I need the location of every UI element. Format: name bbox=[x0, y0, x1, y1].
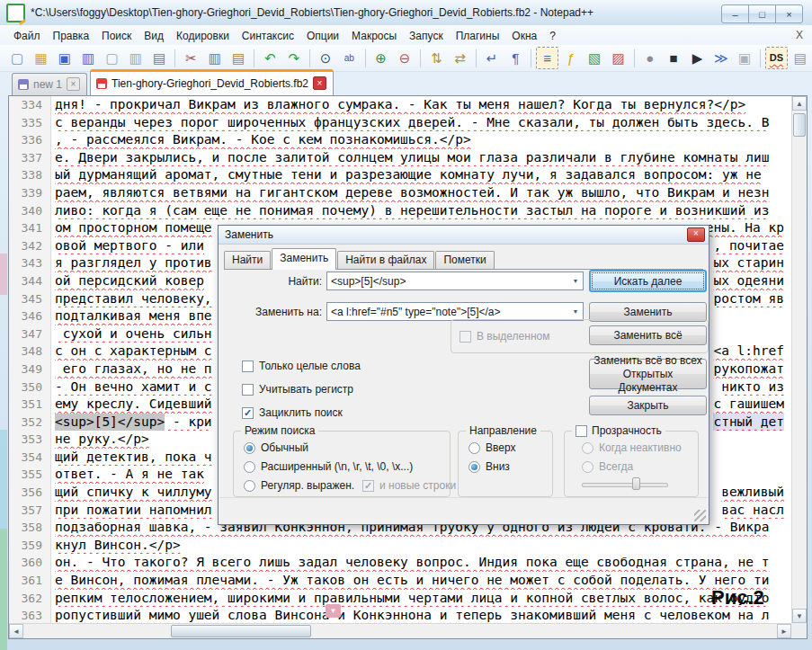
direction-up-radio[interactable]: Вверх bbox=[468, 441, 515, 454]
match-case-checkbox[interactable]: Учитывать регистр bbox=[242, 383, 353, 396]
close-dialog-button[interactable]: Закрыть bbox=[589, 396, 707, 415]
dialog-tab-mark[interactable]: Пометки bbox=[435, 251, 494, 269]
undo-icon[interactable]: ↶ bbox=[259, 47, 281, 69]
menu-language[interactable]: Синтаксис bbox=[236, 28, 300, 44]
editor-line[interactable]: 360он. - Что такого? Я всего лишь задал … bbox=[9, 554, 791, 572]
editor-line[interactable]: 335с веранды через порог широченных фран… bbox=[9, 114, 791, 132]
horizontal-scroll-thumb[interactable] bbox=[171, 625, 311, 637]
replace-input[interactable]: <a l:href="#n5" type="note">[5]</a> ▼ bbox=[326, 302, 584, 321]
menu-window[interactable]: Окна bbox=[505, 28, 543, 44]
find-input[interactable]: <sup>[5]</sup> ▼ bbox=[326, 272, 584, 290]
slider-thumb[interactable] bbox=[632, 477, 640, 490]
editor-line[interactable]: 337е. Двери закрылись, и после залитой с… bbox=[9, 149, 791, 167]
save-icon[interactable]: ▣ bbox=[54, 47, 76, 69]
indent-guide-icon[interactable]: ≡ bbox=[536, 47, 558, 69]
dspellcheck-button[interactable]: DS bbox=[765, 47, 787, 69]
close-all-icon[interactable]: ▥ bbox=[125, 47, 147, 69]
editor-line[interactable]: 363ропустивший мимо ушей слова Винсона и… bbox=[9, 607, 791, 623]
new-file-icon[interactable]: ▢ bbox=[6, 47, 28, 69]
close-button[interactable]: × bbox=[775, 4, 803, 23]
word-wrap-icon[interactable]: ↵ bbox=[481, 47, 503, 69]
editor-line[interactable]: 361е Винсон, пожимая плечами. - Уж таков… bbox=[9, 572, 791, 590]
vertical-scrollbar[interactable]: ▲ ▼ bbox=[791, 96, 807, 623]
menu-search[interactable]: Поиск bbox=[95, 28, 138, 44]
cut-icon[interactable]: ✂ bbox=[180, 47, 201, 69]
search-mode-normal-radio[interactable]: Обычный bbox=[244, 441, 308, 454]
whole-word-checkbox[interactable]: Только целые слова bbox=[242, 360, 361, 372]
sync-horizontal-icon[interactable]: ⇄ bbox=[449, 47, 470, 69]
combo-dropdown-icon[interactable]: ▼ bbox=[568, 278, 583, 284]
editor-line[interactable]: 338ый дурманящий аромат, смутные тени и … bbox=[9, 166, 791, 184]
dialog-tab-find[interactable]: Найти bbox=[224, 251, 271, 269]
redo-icon[interactable]: ↷ bbox=[283, 47, 305, 69]
find-next-button[interactable]: Искать далее bbox=[589, 270, 707, 292]
zoom-out-icon[interactable]: ⊖ bbox=[394, 47, 415, 69]
editor-line[interactable]: 336, - рассмеялся Викрам. - Кое с кем по… bbox=[9, 131, 791, 149]
doc-switcher-icon[interactable]: ▨ bbox=[607, 47, 629, 69]
save-all-icon[interactable]: ▥ bbox=[77, 47, 99, 69]
resize-grip[interactable] bbox=[694, 510, 706, 521]
scroll-left-icon[interactable]: ◄ bbox=[9, 624, 23, 638]
menu-encoding[interactable]: Кодировки bbox=[170, 28, 236, 44]
editor-line[interactable]: 359кнул Винсон.</p> bbox=[9, 537, 791, 555]
editor-line[interactable]: 334дня! - прокричал Викрам из влажного с… bbox=[9, 96, 791, 114]
tab-close-icon[interactable]: × bbox=[67, 77, 80, 91]
wrap-around-checkbox[interactable]: ✓ Зациклить поиск bbox=[242, 406, 343, 419]
menu-view[interactable]: Вид bbox=[138, 28, 170, 44]
menu-file[interactable]: Файл bbox=[7, 28, 47, 44]
tab-fb2-document[interactable]: Tien-ghory-Grieghori_Devid_Robierts.fb2 … bbox=[90, 69, 334, 95]
transparency-slider[interactable] bbox=[582, 477, 668, 490]
menu-edit[interactable]: Правка bbox=[47, 28, 96, 44]
scroll-right-icon[interactable]: ► bbox=[777, 624, 791, 638]
close-file-icon[interactable]: ▢ bbox=[101, 47, 122, 69]
play-macro-icon[interactable]: ▶ bbox=[686, 47, 708, 69]
paste-icon[interactable]: ▤ bbox=[228, 47, 249, 69]
line-text-right: , почитае bbox=[713, 237, 784, 255]
menu-plugins[interactable]: Плагины bbox=[450, 28, 506, 44]
menubar-close-icon[interactable]: X bbox=[796, 29, 803, 41]
search-mode-extended-radio[interactable]: Расширенный (\n, \r, \t, \0, \x...) bbox=[244, 460, 413, 473]
copy-icon[interactable]: ▥ bbox=[204, 47, 226, 69]
dialog-title-bar[interactable]: Заменить × bbox=[219, 226, 709, 245]
dialog-tab-replace[interactable]: Заменить bbox=[272, 248, 336, 270]
show-all-chars-icon[interactable]: ¶ bbox=[504, 47, 526, 69]
dialog-close-button[interactable]: × bbox=[687, 227, 705, 242]
menu-macro[interactable]: Макросы bbox=[345, 28, 403, 44]
function-list-icon[interactable]: ƒ bbox=[560, 47, 582, 69]
replace-all-open-docs-button[interactable]: Заменить всё во всех Открытых Документах bbox=[589, 359, 707, 389]
find-icon[interactable]: ⊙ bbox=[315, 47, 336, 69]
save-macro-icon[interactable]: ▣ bbox=[734, 47, 755, 69]
editor-line[interactable]: 340ливо: когда я (сам еще не понимая поч… bbox=[9, 202, 791, 220]
combo-dropdown-icon[interactable]: ▼ bbox=[568, 308, 583, 315]
menu-run[interactable]: Запуск bbox=[403, 28, 450, 44]
tab-close-icon[interactable]: × bbox=[313, 76, 326, 90]
maximize-button[interactable]: □ bbox=[748, 4, 776, 23]
record-macro-icon[interactable]: ● bbox=[639, 47, 661, 69]
search-mode-regex-radio[interactable]: Регуляр. выражен. bbox=[244, 479, 354, 492]
doc-map-icon[interactable]: ▧ bbox=[584, 47, 605, 69]
transparency-checkbox[interactable]: Прозрачность bbox=[572, 424, 665, 437]
direction-down-radio[interactable]: Вниз bbox=[468, 460, 510, 473]
replace-icon[interactable]: ab bbox=[338, 47, 360, 69]
print-icon[interactable]: ▤ bbox=[148, 47, 170, 69]
minimize-button[interactable]: – bbox=[721, 4, 749, 23]
in-selection-checkbox: В выделенном bbox=[460, 330, 549, 343]
menu-settings[interactable]: Опции bbox=[300, 28, 345, 44]
plugin-panel-icon[interactable]: ▤ bbox=[790, 47, 811, 69]
tab-new-1[interactable]: new 1 × bbox=[12, 73, 87, 95]
dialog-tab-find-in-files[interactable]: Найти в файлах bbox=[337, 251, 434, 269]
scroll-up-icon[interactable]: ▲ bbox=[792, 96, 807, 111]
open-file-icon[interactable]: ▦ bbox=[30, 47, 51, 69]
horizontal-scrollbar[interactable]: ◄ ► bbox=[9, 623, 791, 638]
line-text-right: рукопожат bbox=[713, 361, 784, 378]
vertical-scroll-thumb[interactable] bbox=[793, 113, 806, 137]
editor-line[interactable]: 339раем, являются ветвями на гигантском … bbox=[9, 184, 791, 202]
editor-line[interactable]: 362репким телосложением, широкими и прав… bbox=[9, 590, 791, 608]
zoom-in-icon[interactable]: ⊕ bbox=[370, 47, 391, 69]
stop-macro-icon[interactable]: ■ bbox=[663, 47, 684, 69]
replace-all-button[interactable]: Заменить всё bbox=[589, 325, 707, 345]
scroll-down-icon[interactable]: ▼ bbox=[792, 609, 807, 623]
run-macro-multiple-icon[interactable]: ≫ bbox=[710, 47, 732, 69]
sync-vertical-icon[interactable]: ⇅ bbox=[425, 47, 447, 69]
menu-help[interactable]: ? bbox=[543, 28, 562, 44]
